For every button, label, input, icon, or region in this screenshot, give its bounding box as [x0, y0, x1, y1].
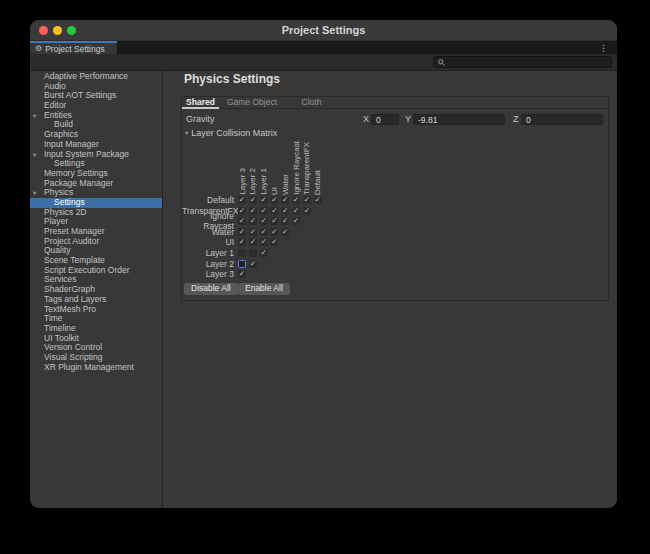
matrix-cells: ✓	[238, 249, 268, 257]
matrix-row-ui: UI✓✓✓✓	[182, 237, 278, 248]
matrix-column-label-ignore-raycast: Ignore Raycast	[292, 141, 302, 195]
matrix-row-water: Water✓✓✓✓✓	[182, 227, 289, 238]
tab-label: Project Settings	[45, 44, 105, 54]
window-body: Adaptive PerformanceAudioBurst AOT Setti…	[30, 71, 617, 508]
matrix-row-layer-1: Layer 1✓	[182, 248, 268, 259]
matrix-column-label-layer-3: Layer 3	[238, 168, 248, 195]
matrix-checkbox-transparentfx-water[interactable]: ✓	[281, 207, 289, 215]
matrix-checkbox-transparentfx-layer-2[interactable]: ✓	[249, 207, 257, 215]
matrix-row-layer-2: Layer 2✓	[182, 258, 257, 269]
matrix-checkbox-layer-2-layer-2[interactable]: ✓	[249, 260, 257, 268]
physics-content-frame: SharedGame ObjectCloth Gravity X0Y-9.81Z…	[181, 96, 609, 301]
kebab-menu-icon[interactable]: ⋮	[599, 41, 608, 54]
project-settings-window: Project Settings ⚙ Project Settings ⋮ Ad…	[30, 20, 617, 508]
foldout-arrow-icon[interactable]: ▾	[33, 111, 44, 121]
maximize-window-icon[interactable]	[67, 26, 76, 35]
matrix-checkbox-default-layer-2[interactable]: ✓	[249, 196, 257, 204]
matrix-checkbox-default-layer-1[interactable]: ✓	[260, 196, 268, 204]
matrix-checkbox-ignore-raycast-layer-2[interactable]: ✓	[249, 217, 257, 225]
matrix-checkbox-ignore-raycast-ignore-raycast[interactable]: ✓	[292, 217, 300, 225]
minimize-window-icon[interactable]	[53, 26, 62, 35]
gravity-x-field[interactable]: 0	[371, 114, 399, 125]
matrix-row-layer-3: Layer 3✓	[182, 269, 246, 280]
settings-sidebar[interactable]: Adaptive PerformanceAudioBurst AOT Setti…	[30, 71, 163, 508]
matrix-row-label: Layer 1	[182, 248, 237, 258]
matrix-column-headers: Layer 3Layer 2Layer 1UIWaterIgnore Rayca…	[182, 137, 608, 195]
matrix-checkbox-ui-layer-1[interactable]: ✓	[260, 238, 268, 246]
matrix-row-label: Layer 3	[182, 269, 237, 279]
matrix-cells: ✓✓✓✓	[238, 238, 278, 246]
matrix-checkbox-layer-1-layer-3[interactable]	[238, 249, 246, 257]
matrix-checkbox-ui-layer-3[interactable]: ✓	[238, 238, 246, 246]
matrix-column-label-layer-2: Layer 2	[248, 168, 258, 195]
matrix-checkbox-water-water[interactable]: ✓	[281, 228, 289, 236]
window-title: Project Settings	[282, 24, 366, 36]
sidebar-item-entities[interactable]: ▾Entities	[30, 111, 162, 121]
enable-all-button[interactable]: Enable All	[238, 283, 290, 295]
matrix-column-label-ui: UI	[270, 187, 280, 195]
matrix-checkbox-ignore-raycast-layer-3[interactable]: ✓	[238, 217, 246, 225]
matrix-checkbox-default-water[interactable]: ✓	[281, 196, 289, 204]
search-input[interactable]	[448, 57, 607, 67]
gravity-z-field[interactable]: 0	[521, 114, 603, 125]
matrix-checkbox-layer-1-layer-1[interactable]: ✓	[260, 249, 268, 257]
matrix-checkbox-default-default[interactable]: ✓	[314, 196, 322, 204]
matrix-column-label-layer-1: Layer 1	[259, 168, 269, 195]
main-panel: Physics Settings SharedGame ObjectCloth …	[163, 71, 617, 508]
matrix-checkbox-ui-ui[interactable]: ✓	[270, 238, 278, 246]
tab-shared[interactable]: Shared	[182, 97, 219, 109]
toolbar	[30, 54, 617, 71]
matrix-cells: ✓	[238, 260, 257, 268]
gravity-y-field[interactable]: -9.81	[413, 114, 505, 125]
traffic-lights	[39, 26, 76, 35]
matrix-checkbox-default-ui[interactable]: ✓	[270, 196, 278, 204]
editor-tab-strip: ⚙ Project Settings ⋮	[30, 41, 617, 54]
sidebar-item-xr-plugin-management[interactable]: XR Plugin Management	[30, 363, 162, 373]
matrix-row-default: Default✓✓✓✓✓✓✓✓	[182, 195, 322, 206]
matrix-checkbox-layer-3-layer-3[interactable]: ✓	[238, 270, 246, 278]
matrix-checkbox-transparentfx-ui[interactable]: ✓	[270, 207, 278, 215]
matrix-checkbox-water-layer-2[interactable]: ✓	[249, 228, 257, 236]
title-bar[interactable]: Project Settings	[30, 20, 617, 41]
close-window-icon[interactable]	[39, 26, 48, 35]
tab-cloth[interactable]: Cloth	[293, 97, 330, 109]
disable-all-button[interactable]: Disable All	[184, 283, 238, 295]
matrix-checkbox-transparentfx-layer-1[interactable]: ✓	[260, 207, 268, 215]
page-title: Physics Settings	[184, 72, 280, 86]
matrix-checkbox-transparentfx-layer-3[interactable]: ✓	[238, 207, 246, 215]
matrix-checkbox-ui-layer-2[interactable]: ✓	[249, 238, 257, 246]
matrix-checkbox-water-layer-1[interactable]: ✓	[260, 228, 268, 236]
gear-icon: ⚙	[35, 45, 42, 53]
matrix-checkbox-layer-1-layer-2[interactable]	[249, 249, 257, 257]
matrix-column-label-default: Default	[313, 170, 323, 195]
matrix-checkbox-layer-2-layer-3[interactable]	[238, 260, 246, 268]
search-icon	[438, 59, 445, 66]
matrix-row-label: Default	[182, 195, 237, 205]
matrix-checkbox-transparentfx-ignore-raycast[interactable]: ✓	[292, 207, 300, 215]
gravity-z-label: Z	[513, 113, 519, 126]
search-box[interactable]	[433, 56, 612, 68]
foldout-arrow-icon[interactable]: ▾	[33, 188, 44, 198]
matrix-column-label-transparentfx: TransparentFX	[302, 142, 312, 195]
sidebar-item-physics[interactable]: ▾Physics	[30, 188, 162, 198]
matrix-checkbox-water-ui[interactable]: ✓	[270, 228, 278, 236]
gravity-x-label: X	[363, 113, 369, 126]
matrix-checkbox-default-layer-3[interactable]: ✓	[238, 196, 246, 204]
matrix-checkbox-default-transparentfx[interactable]: ✓	[303, 196, 311, 204]
foldout-arrow-icon[interactable]: ▾	[33, 150, 44, 160]
matrix-column-label-water: Water	[281, 174, 291, 195]
tab-project-settings[interactable]: ⚙ Project Settings	[30, 41, 117, 54]
matrix-checkbox-water-layer-3[interactable]: ✓	[238, 228, 246, 236]
matrix-checkbox-ignore-raycast-water[interactable]: ✓	[281, 217, 289, 225]
sidebar-item-label: XR Plugin Management	[44, 363, 134, 373]
matrix-checkbox-transparentfx-transparentfx[interactable]: ✓	[303, 207, 311, 215]
matrix-checkbox-ignore-raycast-ui[interactable]: ✓	[270, 217, 278, 225]
matrix-checkbox-default-ignore-raycast[interactable]: ✓	[292, 196, 300, 204]
tab-game-object[interactable]: Game Object	[224, 97, 280, 109]
matrix-cells: ✓✓✓✓✓	[238, 228, 289, 236]
matrix-row-label: Water	[182, 227, 237, 237]
sidebar-item-input-system-package[interactable]: ▾Input System Package	[30, 150, 162, 160]
matrix-checkbox-ignore-raycast-layer-1[interactable]: ✓	[260, 217, 268, 225]
gravity-label: Gravity	[186, 113, 215, 126]
matrix-row-label: UI	[182, 237, 237, 247]
